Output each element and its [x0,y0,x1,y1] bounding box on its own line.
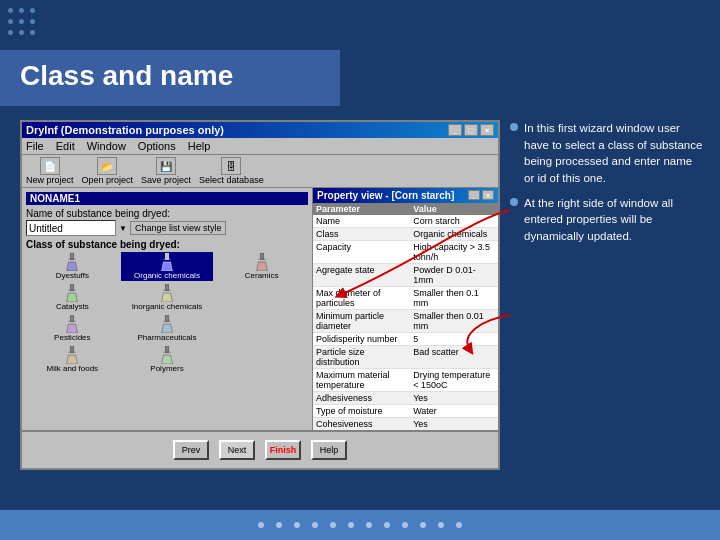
property-row: Agregate statePowder D 0.01-1mm [313,264,498,287]
select-database-icon: 🗄 [221,157,241,175]
finish-button[interactable]: Finish [265,440,301,460]
menu-help[interactable]: Help [188,140,211,152]
dropdown-arrow-icon[interactable]: ▼ [119,224,127,233]
bottom-dot [348,522,354,528]
bottom-dot [258,522,264,528]
window-titlebar: DryInf (Demonstration purposes only) _ □… [22,122,498,138]
property-value: Organic chemicals [410,228,498,241]
help-button[interactable]: Help [311,440,347,460]
milk-foods-icon [64,346,80,364]
prop-close-button[interactable]: × [482,190,494,200]
svg-marker-7 [256,262,267,271]
property-param: Cohesiveness [313,418,410,431]
menu-options[interactable]: Options [138,140,176,152]
pesticides-icon [64,315,80,333]
menu-window[interactable]: Window [87,140,126,152]
svg-rect-0 [71,253,75,259]
property-value: Yes [410,392,498,405]
property-table: Parameter Value NameCorn starchClassOrga… [313,203,498,462]
app-window: DryInf (Demonstration purposes only) _ □… [20,120,500,470]
property-row: Polidisperity number5 [313,333,498,346]
property-value: Yes [410,418,498,431]
property-value: Drying temperature < 150oC [410,369,498,392]
left-panel: NONAME1 Name of substance being dryed: ▼… [22,188,313,462]
property-value: Smaller then 0.01 mm [410,310,498,333]
select-database-button[interactable]: 🗄 Select database [199,157,264,185]
class-ceramics[interactable]: Ceramics [215,252,308,281]
window-content: NONAME1 Name of substance being dryed: ▼… [22,188,498,462]
toolbar: 📄 New project 📂 Open project 💾 Save proj… [22,155,498,188]
title-area: Class and name [0,50,340,106]
bullet-text-2: At the right side of window all entered … [524,195,705,245]
class-empty-3 [215,345,308,374]
window-title: DryInf (Demonstration purposes only) [26,124,224,136]
property-param: Max diameter of particules [313,287,410,310]
class-organic-chemicals[interactable]: Organic chemicals [121,252,214,281]
property-row: Type of moistureWater [313,405,498,418]
bullet-panel: In this first wizard window user have to… [510,120,705,253]
property-param: Minimum particle diameter [313,310,410,333]
close-button[interactable]: × [480,124,494,136]
prev-button[interactable]: Prev [173,440,209,460]
property-param: Name [313,215,410,228]
navigation-bar: Prev Next Finish Help [22,430,498,468]
svg-rect-9 [71,284,75,290]
svg-rect-3 [165,253,169,259]
svg-rect-21 [71,346,75,352]
property-row: AdhesivenessYes [313,392,498,405]
property-param: Adhesiveness [313,392,410,405]
dyestuffs-icon [64,253,80,271]
next-button[interactable]: Next [219,440,255,460]
property-param: Capacity [313,241,410,264]
property-value: Powder D 0.01-1mm [410,264,498,287]
substance-input[interactable] [26,220,116,236]
property-row: CapacityHigh capacity > 3.5 tonn/h [313,241,498,264]
bottom-dot [366,522,372,528]
window-controls: _ □ × [448,124,494,136]
class-inorganic-chemicals[interactable]: Inorganic chemicals [121,283,214,312]
property-param: Type of moisture [313,405,410,418]
class-pesticides[interactable]: Pesticides [26,314,119,343]
property-row: Maximum material temperatureDrying tempe… [313,369,498,392]
bottom-dot [294,522,300,528]
svg-marker-16 [67,324,78,333]
new-project-button[interactable]: 📄 New project [26,157,74,185]
prop-minimize-button[interactable]: _ [468,190,480,200]
class-milk-foods[interactable]: Milk and foods [26,345,119,374]
menu-edit[interactable]: Edit [56,140,75,152]
save-project-icon: 💾 [156,157,176,175]
organic-chemicals-icon [159,253,175,271]
save-project-button[interactable]: 💾 Save project [141,157,191,185]
class-catalysts[interactable]: Catalysts [26,283,119,312]
inorganic-chemicals-icon [159,284,175,302]
bottom-dot [456,522,462,528]
change-view-button[interactable]: Change list view style [130,221,227,235]
property-param: Particle size distribution [313,346,410,369]
property-param: Agregate state [313,264,410,287]
maximize-button[interactable]: □ [464,124,478,136]
finish-button-inner: Finish [265,440,301,460]
bullet-dot-2 [510,198,518,206]
class-pharmaceuticals[interactable]: Pharmaceuticals [121,314,214,343]
class-dyestuffs[interactable]: Dyestuffs [26,252,119,281]
polymers-icon [159,346,175,364]
property-value: Smaller then 0.1 mm [410,287,498,310]
bottom-dot [276,522,282,528]
help-button-inner: Help [311,440,347,460]
open-project-button[interactable]: 📂 Open project [82,157,134,185]
bullet-item-2: At the right side of window all entered … [510,195,705,245]
class-empty-1 [215,283,308,312]
property-value: Water [410,405,498,418]
bottom-dot [402,522,408,528]
class-polymers[interactable]: Polymers [121,345,214,374]
property-row: NameCorn starch [313,215,498,228]
minimize-button[interactable]: _ [448,124,462,136]
decorative-dots [8,8,35,35]
property-row: Minimum particle diameterSmaller then 0.… [313,310,498,333]
bottom-dot [312,522,318,528]
bottom-dot [438,522,444,528]
catalysts-icon [64,284,80,302]
substance-name-label: Name of substance being dryed: [26,208,308,219]
menu-file[interactable]: File [26,140,44,152]
property-param: Maximum material temperature [313,369,410,392]
